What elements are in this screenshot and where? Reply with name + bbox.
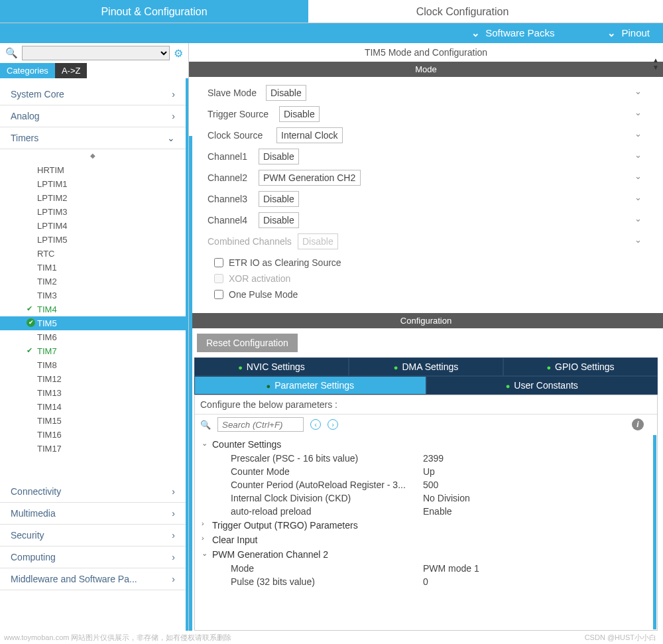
info-icon[interactable]: i (632, 419, 644, 430)
timer-item-lptim1[interactable]: LPTIM1 (0, 177, 186, 191)
combined-channels-select: Disable (298, 233, 338, 249)
param-row[interactable]: Internal Clock Division (CKD)No Division (200, 491, 652, 505)
tab-parameter-settings[interactable]: ●Parameter Settings (194, 376, 426, 395)
software-packs-dropdown[interactable]: Software Packs (471, 27, 554, 39)
trigger-source-label: Trigger Source (208, 109, 275, 119)
channel3-label: Channel3 (208, 194, 255, 204)
timer-item-tim16[interactable]: TIM16 (0, 428, 186, 442)
channel2-select[interactable]: PWM Generation CH2 (259, 170, 361, 186)
check-icon: ● (546, 363, 551, 371)
timer-item-tim4[interactable]: TIM4 (0, 302, 186, 316)
group-counter-settings[interactable]: Counter Settings (200, 437, 652, 452)
group-clear-input[interactable]: Clear Input (200, 533, 652, 547)
timer-item-tim2[interactable]: TIM2 (0, 275, 186, 289)
slave-mode-label: Slave Mode (208, 88, 262, 98)
clock-source-label: Clock Source (208, 130, 272, 141)
pinout-dropdown[interactable]: Pinout (607, 27, 650, 39)
tab-gpio-settings[interactable]: ●GPIO Settings (503, 357, 658, 376)
timer-item-hrtim[interactable]: HRTIM (0, 163, 186, 177)
timer-item-tim3[interactable]: TIM3 (0, 289, 186, 302)
timer-item-lptim2[interactable]: LPTIM2 (0, 191, 186, 205)
tab-extra[interactable] (617, 0, 663, 23)
section-timers[interactable]: Timers⌄ (0, 127, 186, 149)
check-icon: ● (506, 382, 511, 390)
collapse-icon[interactable]: ▲▼ (652, 56, 659, 71)
peripherals-tree[interactable]: System Core› Analog› Timers⌄ ◆ HRTIMLPTI… (0, 78, 188, 631)
tab-categories[interactable]: Categories (0, 63, 55, 78)
content-panel: TIM5 Mode and Configuration Mode▲▼ Slave… (189, 43, 663, 631)
sidebar: 🔍 ⚙ Categories A->Z System Core› Analog›… (0, 43, 189, 631)
section-security[interactable]: Security› (0, 525, 186, 547)
timers-list: HRTIMLPTIM1LPTIM2LPTIM3LPTIM4LPTIM5RTCTI… (0, 162, 186, 461)
param-row[interactable]: ModePWM mode 1 (200, 562, 652, 575)
sort-icon[interactable]: ◆ (0, 149, 186, 162)
chevron-right-icon: › (172, 89, 175, 99)
check-icon: ● (394, 363, 398, 371)
timer-item-tim1[interactable]: TIM1 (0, 261, 186, 275)
mode-panel: Slave ModeDisable Trigger SourceDisable … (189, 77, 663, 310)
config-scrollbar[interactable] (653, 435, 656, 629)
param-search-input[interactable] (217, 417, 304, 432)
timer-item-tim17[interactable]: TIM17 (0, 442, 186, 456)
mode-header: Mode▲▼ (189, 62, 663, 77)
timer-item-rtc[interactable]: RTC (0, 247, 186, 261)
chevron-down-icon: ⌄ (167, 133, 175, 143)
timer-item-lptim5[interactable]: LPTIM5 (0, 233, 186, 247)
timer-item-tim12[interactable]: TIM12 (0, 372, 186, 386)
etr-checkbox[interactable] (214, 258, 223, 267)
section-connectivity[interactable]: Connectivity› (0, 481, 186, 503)
param-row[interactable]: auto-reload preloadEnable (200, 505, 652, 518)
timer-item-tim6[interactable]: TIM6 (0, 330, 186, 344)
group-pwm-ch2[interactable]: PWM Generation Channel 2 (200, 547, 652, 562)
one-pulse-checkbox[interactable] (214, 290, 223, 299)
param-row[interactable]: Prescaler (PSC - 16 bits value)2399 (200, 452, 652, 465)
chevron-right-icon: › (172, 508, 175, 519)
channel4-label: Channel4 (208, 215, 255, 225)
chevron-right-icon: › (172, 486, 175, 497)
prev-match-button[interactable]: ‹ (310, 419, 321, 430)
peripheral-search-select[interactable] (22, 46, 170, 60)
config-header: Configuration (189, 313, 663, 328)
section-multimedia[interactable]: Multimedia› (0, 503, 186, 525)
settings-gear-icon[interactable]: ⚙ (174, 47, 183, 60)
clock-source-select[interactable]: Internal Clock (276, 127, 343, 143)
combined-channels-label: Combined Channels (208, 236, 294, 247)
search-icon: 🔍 (5, 47, 18, 59)
timer-item-tim8[interactable]: TIM8 (0, 358, 186, 372)
timer-item-tim7[interactable]: TIM7 (0, 344, 186, 358)
trigger-source-select[interactable]: Disable (279, 106, 320, 122)
group-trgo[interactable]: Trigger Output (TRGO) Parameters (200, 518, 652, 533)
tab-user-constants[interactable]: ●User Constants (426, 376, 658, 395)
section-middleware[interactable]: Middleware and Software Pa...› (0, 568, 186, 590)
tab-dma-settings[interactable]: ●DMA Settings (349, 357, 503, 376)
param-row[interactable]: Counter ModeUp (200, 465, 652, 478)
param-row[interactable]: Pulse (32 bits value)0 (200, 575, 652, 588)
tab-pinout-config[interactable]: Pinout & Configuration (0, 0, 308, 23)
channel4-select[interactable]: Disable (259, 212, 299, 228)
channel1-select[interactable]: Disable (259, 149, 299, 164)
channel2-label: Channel2 (208, 172, 255, 183)
content-scrollbar[interactable] (189, 136, 192, 631)
chevron-right-icon: › (172, 574, 175, 584)
slave-mode-select[interactable]: Disable (266, 85, 306, 101)
next-match-button[interactable]: › (328, 419, 338, 430)
timer-item-lptim4[interactable]: LPTIM4 (0, 219, 186, 233)
timer-item-tim14[interactable]: TIM14 (0, 400, 186, 414)
section-computing[interactable]: Computing› (0, 547, 186, 568)
xor-checkbox (214, 274, 223, 283)
timer-item-tim13[interactable]: TIM13 (0, 386, 186, 400)
tab-clock-config[interactable]: Clock Configuration (308, 0, 617, 23)
sub-bar: Software Packs Pinout (0, 23, 663, 43)
timer-item-tim15[interactable]: TIM15 (0, 414, 186, 428)
watermark: www.toymoban.com 网站图片仅供展示，非存储，如有侵权请联系删除 (4, 633, 231, 643)
section-analog[interactable]: Analog› (0, 105, 186, 127)
param-tree[interactable]: Counter Settings Prescaler (PSC - 16 bit… (195, 434, 657, 630)
timer-item-tim5[interactable]: TIM5 (0, 316, 186, 330)
section-system-core[interactable]: System Core› (0, 84, 186, 105)
timer-item-lptim3[interactable]: LPTIM3 (0, 205, 186, 219)
param-row[interactable]: Counter Period (AutoReload Register - 3.… (200, 478, 652, 491)
channel3-select[interactable]: Disable (259, 191, 299, 207)
tab-a-to-z[interactable]: A->Z (55, 63, 88, 78)
reset-configuration-button[interactable]: Reset Configuration (197, 334, 298, 352)
tab-nvic-settings[interactable]: ●NVIC Settings (194, 357, 349, 376)
